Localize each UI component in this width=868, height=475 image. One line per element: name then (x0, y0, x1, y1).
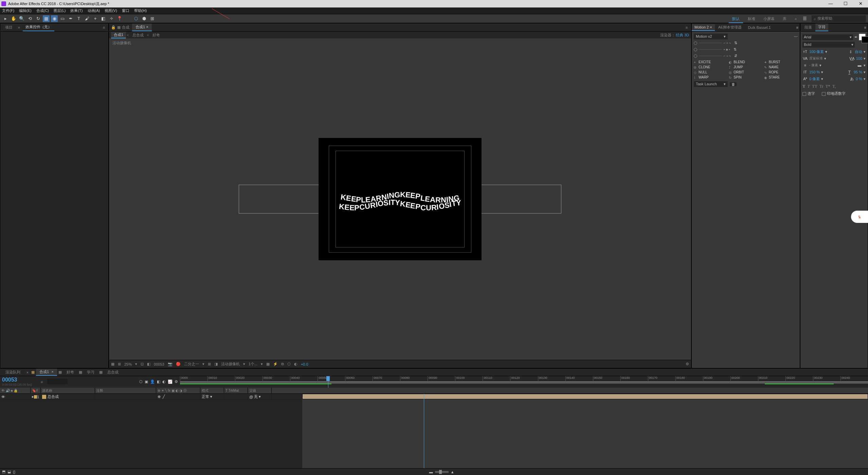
workspace-small[interactable]: 小屏幕 (760, 14, 778, 23)
leading-value[interactable]: 自动 (855, 49, 862, 54)
motion2-burst[interactable]: ✦BURST (764, 60, 798, 64)
tracking-value[interactable]: 100 (856, 56, 862, 60)
pixel-aspect-icon[interactable]: ▦ (266, 362, 270, 366)
zoom-out-icon[interactable]: ▬ (429, 470, 433, 474)
current-frame[interactable]: 00053 (154, 362, 164, 366)
task-launch-dd[interactable]: Task Launch▾ (694, 81, 728, 87)
ligatures-checkbox[interactable]: 连字 (802, 91, 815, 96)
menu-animation[interactable]: 动画(A) (88, 8, 100, 13)
workspace-default[interactable]: 默认 (729, 14, 743, 23)
audio-column-icon[interactable]: 🔊 (6, 389, 10, 392)
pan-behind-tool-icon[interactable]: ◉ (51, 15, 58, 22)
close-icon[interactable]: × (710, 25, 712, 29)
motion2-warp[interactable]: ⌇WARP (694, 75, 727, 79)
mode-header[interactable]: 模式 (200, 388, 224, 393)
gear-icon[interactable]: ⚙ (686, 362, 689, 366)
transparency-icon[interactable]: ⊞ (208, 362, 211, 366)
zoom-slider[interactable] (435, 471, 449, 473)
motion2-slider-1[interactable]: ⌐ ▪ ¬⇅ (694, 41, 798, 45)
orbit-tool-icon[interactable]: ⟲ (26, 15, 33, 22)
font-size-value[interactable]: 100 像素 (809, 49, 824, 54)
close-icon[interactable]: × (25, 370, 30, 374)
channel-icon[interactable]: 🔴 (176, 362, 181, 366)
motion2-jump[interactable]: ⤴JUMP (729, 65, 762, 69)
hand-tool-icon[interactable]: ✋ (10, 15, 17, 22)
tab-character[interactable]: 字符 (815, 23, 828, 31)
flowchart-current[interactable]: 合成1 (111, 32, 126, 38)
workspace-standard[interactable]: 标准 (744, 14, 759, 23)
faux-bold[interactable]: T (802, 84, 806, 89)
snapshot-icon[interactable]: 📷 (168, 362, 173, 366)
brainstorm-icon[interactable]: ⚙ (175, 380, 178, 384)
draft3d-icon[interactable]: ▣ (145, 380, 148, 384)
motion2-blend[interactable]: ◐BLEND (729, 60, 762, 64)
layer-switches[interactable]: ⊕ ╱ (156, 394, 200, 400)
eyedropper-icon[interactable]: ✒ (854, 35, 857, 39)
motion2-name[interactable]: ✎NAME (764, 65, 798, 69)
type-tool-icon[interactable]: T (75, 15, 82, 22)
clone-tool-icon[interactable]: ⌖ (92, 15, 98, 22)
time-ruler[interactable]: 0000000100002000030000400005000060000700… (180, 376, 868, 388)
eye-icon[interactable]: 👁 (1, 395, 5, 399)
tab-paragraph[interactable]: 段落 (802, 24, 815, 31)
faux-italic[interactable]: T (808, 84, 810, 89)
resolution-dropdown[interactable]: 二分之一 (184, 362, 199, 367)
close-icon[interactable]: × (17, 25, 21, 30)
hindi-digits-checkbox[interactable]: 印地语数字 (822, 91, 846, 96)
stroke-over-icon[interactable]: ▬ (857, 63, 862, 68)
tl-tab-learn[interactable]: 学习 (84, 369, 98, 375)
menu-view[interactable]: 视图(V) (105, 8, 117, 13)
parent-dd[interactable]: @ 无 ▾ (248, 394, 272, 400)
fit-icon[interactable]: ⊡ (141, 362, 144, 366)
menu-edit[interactable]: 编辑(E) (19, 8, 32, 13)
zoom-level[interactable]: 25% (124, 362, 132, 366)
trash-icon[interactable]: 🗑 (730, 82, 737, 86)
snap2-icon[interactable]: ⬢ (141, 15, 147, 22)
menu-composition[interactable]: 合成(C) (36, 8, 49, 13)
baseline-value[interactable]: 0 像素 (809, 76, 820, 82)
menu-effect[interactable]: 效果(T) (70, 8, 83, 13)
toggle-switches-icon[interactable]: ⬒ (2, 470, 5, 474)
motion2-orbit[interactable]: ◎ORBIT (729, 70, 762, 74)
kerning-value[interactable]: 度量标准 (809, 56, 823, 61)
minimize-button[interactable]: — (823, 0, 838, 7)
layer-name[interactable]: 总合成 (48, 394, 59, 399)
current-time-indicator[interactable] (328, 376, 328, 388)
close-icon[interactable]: × (146, 25, 148, 29)
motion2-rope[interactable]: ∿ROPE (764, 70, 798, 74)
panel-menu-icon[interactable]: ≡ (684, 25, 689, 30)
zoom-tool-icon[interactable]: 🔍 (18, 15, 25, 22)
motion2-slider-3[interactable]: ⌐ ▪ ¬⇵ (694, 54, 798, 58)
timeline-search-input[interactable] (47, 379, 68, 384)
solo-column-icon[interactable]: ■ (11, 389, 13, 392)
graph-editor-icon[interactable]: 📈 (168, 380, 173, 384)
help-search[interactable]: ⌕ 搜索帮助 (812, 15, 866, 22)
tab-effect-controls[interactable]: 效果控件（无） (23, 23, 54, 31)
tab-duik[interactable]: Duik Bassel.1 (745, 24, 773, 31)
font-style-dd[interactable]: Bold▾ (802, 42, 855, 48)
layer-duration-bar[interactable] (302, 394, 868, 399)
panel-menu-icon[interactable]: ≡ (864, 25, 866, 30)
workspace-more[interactable]: » (791, 14, 800, 23)
menu-help[interactable]: 帮助(H) (134, 8, 147, 13)
subscript[interactable]: T, (832, 84, 836, 89)
menu-file[interactable]: 文件(F) (2, 8, 14, 13)
timeline-tracks[interactable] (302, 394, 868, 468)
floating-assistant-badge[interactable]: 🦌 (851, 211, 868, 223)
stroke-width-value[interactable]: - 像素 (809, 63, 818, 68)
small-caps[interactable]: Tr (819, 84, 824, 89)
grid-icon[interactable]: ⊞ (118, 362, 121, 366)
rectangle-tool-icon[interactable]: ▭ (59, 15, 66, 22)
3d-view-icon[interactable]: ◨ (214, 362, 218, 366)
snap3-icon[interactable]: ⊞ (149, 15, 156, 22)
tab-project[interactable]: 项目 (2, 24, 15, 31)
comp-mini-flow-icon[interactable]: ⬡ (139, 380, 143, 384)
workspace-library[interactable]: 库 (779, 14, 790, 23)
current-timecode[interactable]: 00053 (2, 377, 32, 383)
vscale-value[interactable]: 150 % (809, 70, 820, 74)
toggle-modes-icon[interactable]: ⬓ (7, 470, 11, 474)
layer-row[interactable]: 👁 ▸ 1 总合成 ⊕ ╱ 正常 ▾ @ 无 ▾ (0, 394, 302, 400)
panel-menu-icon[interactable]: ≡ (102, 25, 106, 30)
camera-tool-icon[interactable]: ▦ (43, 15, 50, 22)
rotation-tool-icon[interactable]: ↻ (35, 15, 41, 22)
